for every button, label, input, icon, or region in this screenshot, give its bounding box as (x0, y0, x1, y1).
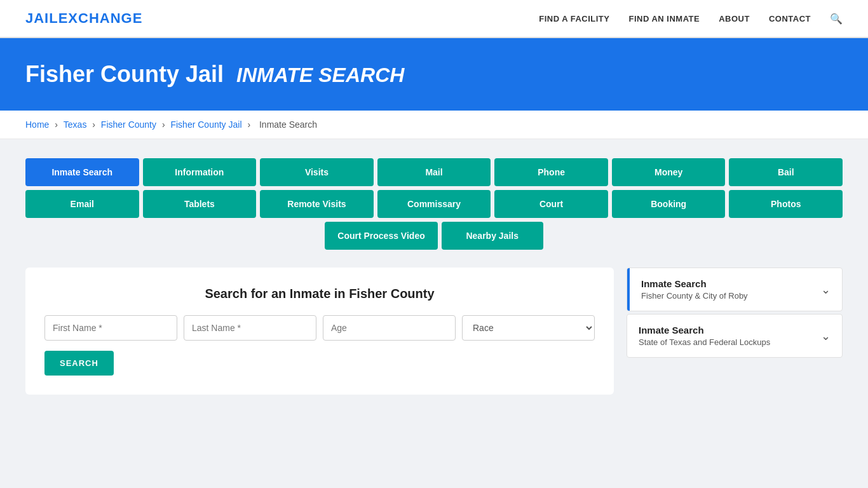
search-button[interactable]: SEARCH (44, 351, 114, 376)
hero-banner: Fisher County Jail INMATE SEARCH (0, 38, 868, 111)
breadcrumb-sep-4: › (247, 119, 253, 130)
page-title: Fisher County Jail INMATE SEARCH (25, 61, 843, 88)
breadcrumb-sep-1: › (55, 119, 60, 130)
tab-booking[interactable]: Booking (612, 190, 726, 218)
search-panel-title: Search for an Inmate in Fisher County (44, 287, 595, 301)
chevron-down-icon-2: ⌄ (821, 329, 831, 343)
sidebar-card-2-title: Inmate Search (639, 325, 770, 336)
tab-tablets[interactable]: Tablets (143, 190, 257, 218)
sidebar-card-1-header[interactable]: Inmate Search Fisher County & City of Ro… (627, 268, 842, 311)
tab-photos[interactable]: Photos (729, 190, 843, 218)
nav-about[interactable]: ABOUT (719, 14, 750, 24)
breadcrumb-sep-2: › (92, 119, 98, 130)
tab-court-process-video[interactable]: Court Process Video (325, 222, 437, 250)
sidebar-card-1-subtitle: Fisher County & City of Roby (641, 291, 748, 301)
breadcrumb-texas[interactable]: Texas (64, 119, 87, 130)
chevron-down-icon-1: ⌄ (821, 283, 831, 297)
sidebar-card-2-header[interactable]: Inmate Search State of Texas and Federal… (627, 315, 842, 357)
hero-title-main: Fisher County Jail (25, 61, 224, 87)
search-fields: Race White Black Hispanic Asian Other (44, 315, 595, 341)
age-input[interactable] (323, 315, 456, 341)
tab-commissary[interactable]: Commissary (377, 190, 491, 218)
nav-find-facility[interactable]: FIND A FACILITY (539, 14, 609, 24)
tab-nearby-jails[interactable]: Nearby Jails (442, 222, 543, 250)
tabs-row-2: Email Tablets Remote Visits Commissary C… (25, 190, 843, 218)
nav-links: FIND A FACILITY FIND AN INMATE ABOUT CON… (539, 13, 843, 25)
logo-jail: JAIL (25, 10, 58, 26)
breadcrumb-sep-3: › (162, 119, 168, 130)
navbar: JAILEXCHANGE FIND A FACILITY FIND AN INM… (0, 0, 868, 38)
last-name-input[interactable] (184, 315, 316, 341)
tab-phone[interactable]: Phone (494, 158, 608, 186)
sidebar-card-1-text: Inmate Search Fisher County & City of Ro… (641, 278, 748, 301)
breadcrumb: Home › Texas › Fisher County › Fisher Co… (0, 111, 868, 139)
logo-exchange: EXCHANGE (58, 10, 143, 26)
tab-inmate-search[interactable]: Inmate Search (25, 158, 139, 186)
tab-court[interactable]: Court (494, 190, 608, 218)
breadcrumb-current: Inmate Search (259, 119, 317, 130)
tab-information[interactable]: Information (143, 158, 257, 186)
tabs-row-3: Court Process Video Nearby Jails (25, 222, 843, 250)
tab-remote-visits[interactable]: Remote Visits (260, 190, 374, 218)
nav-contact[interactable]: CONTACT (769, 14, 811, 24)
sidebar-card-2-subtitle: State of Texas and Federal Lockups (639, 337, 770, 347)
tab-visits[interactable]: Visits (260, 158, 374, 186)
nav-find-inmate[interactable]: FIND AN INMATE (628, 14, 700, 24)
breadcrumb-home[interactable]: Home (25, 119, 49, 130)
sidebar-card-2-text: Inmate Search State of Texas and Federal… (639, 325, 770, 347)
search-icon[interactable]: 🔍 (830, 13, 843, 25)
tabs-section: Inmate Search Information Visits Mail Ph… (25, 158, 843, 250)
race-select[interactable]: Race White Black Hispanic Asian Other (462, 315, 595, 341)
hero-title-italic: INMATE SEARCH (236, 64, 404, 86)
first-name-input[interactable] (44, 315, 177, 341)
breadcrumb-fisher-county-jail[interactable]: Fisher County Jail (170, 119, 241, 130)
site-logo[interactable]: JAILEXCHANGE (25, 10, 142, 27)
breadcrumb-fisher-county[interactable]: Fisher County (101, 119, 156, 130)
tab-email[interactable]: Email (25, 190, 139, 218)
content-columns: Search for an Inmate in Fisher County Ra… (25, 268, 843, 395)
search-panel: Search for an Inmate in Fisher County Ra… (25, 268, 614, 395)
tab-mail[interactable]: Mail (377, 158, 491, 186)
tab-bail[interactable]: Bail (729, 158, 843, 186)
sidebar-card-1-title: Inmate Search (641, 278, 748, 289)
sidebar-card-2: Inmate Search State of Texas and Federal… (627, 314, 843, 358)
tabs-row-1: Inmate Search Information Visits Mail Ph… (25, 158, 843, 186)
sidebar: Inmate Search Fisher County & City of Ro… (627, 268, 843, 360)
sidebar-card-1: Inmate Search Fisher County & City of Ro… (627, 268, 843, 311)
tab-money[interactable]: Money (612, 158, 726, 186)
main-content: Inmate Search Information Visits Mail Ph… (0, 139, 868, 414)
